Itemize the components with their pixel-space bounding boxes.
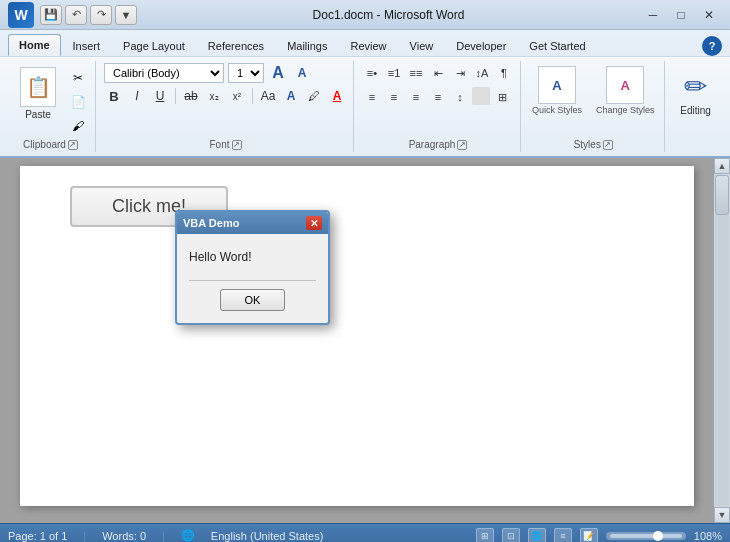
- sort-button[interactable]: ↕A: [472, 63, 492, 83]
- italic-button[interactable]: I: [127, 86, 147, 106]
- superscript-button[interactable]: x²: [227, 86, 247, 106]
- word-icon: W: [8, 2, 34, 28]
- text-effects-button[interactable]: A: [281, 86, 301, 106]
- show-formatting-button[interactable]: ¶: [494, 63, 514, 83]
- tab-references[interactable]: References: [197, 35, 275, 56]
- quick-styles-button[interactable]: A Quick Styles: [529, 63, 585, 118]
- font-color-button[interactable]: A: [327, 86, 347, 106]
- scroll-down-arrow[interactable]: ▼: [714, 507, 730, 523]
- styles-expand[interactable]: ↗: [603, 140, 613, 150]
- subscript-button[interactable]: x₂: [204, 86, 224, 106]
- status-sep1: |: [83, 530, 86, 542]
- editing-label: Editing: [680, 105, 711, 116]
- vertical-scrollbar[interactable]: ▲ ▼: [714, 158, 730, 523]
- font-size-select[interactable]: 11: [228, 63, 264, 83]
- styles-label: Styles ↗: [574, 139, 613, 150]
- separator1: [175, 88, 176, 104]
- tab-developer[interactable]: Developer: [445, 35, 517, 56]
- underline-button[interactable]: U: [150, 86, 170, 106]
- tab-insert[interactable]: Insert: [62, 35, 112, 56]
- change-styles-button[interactable]: A Change Styles: [593, 63, 658, 118]
- maximize-button[interactable]: □: [668, 6, 694, 24]
- borders-button[interactable]: ⊞: [492, 87, 512, 107]
- minimize-button[interactable]: ─: [640, 6, 666, 24]
- justify-button[interactable]: ≡: [428, 87, 448, 107]
- shading-button[interactable]: [472, 87, 490, 105]
- zoom-slider[interactable]: [606, 532, 686, 540]
- zoom-track[interactable]: [610, 534, 682, 538]
- vba-dialog[interactable]: VBA Demo ✕ Hello Word! OK: [175, 210, 330, 325]
- document-area: Click me! ▲ ▼: [0, 158, 730, 523]
- vba-dialog-titlebar: VBA Demo ✕: [177, 212, 328, 234]
- editing-icon-area: ✏ Editing: [673, 63, 719, 120]
- copy-button[interactable]: 📄: [67, 91, 89, 113]
- status-right: ⊞ ⊡ 🌐 ≡ 📝 108%: [476, 528, 722, 543]
- para-inner: ≡• ≡1 ≡≡ ⇤ ⇥ ↕A ¶ ≡ ≡ ≡ ≡: [362, 63, 514, 107]
- web-layout-view-button[interactable]: 🌐: [528, 528, 546, 543]
- clipboard-label: Clipboard ↗: [23, 139, 78, 150]
- strikethrough-button[interactable]: ab: [181, 86, 201, 106]
- decrease-indent-button[interactable]: ⇤: [428, 63, 448, 83]
- cut-button[interactable]: ✂: [67, 67, 89, 89]
- align-left-button[interactable]: ≡: [362, 87, 382, 107]
- change-styles-icon: A: [606, 66, 644, 104]
- font-label: Font ↗: [209, 139, 241, 150]
- vba-dialog-close-button[interactable]: ✕: [306, 216, 322, 230]
- status-bar: Page: 1 of 1 | Words: 0 | 🌐 English (Uni…: [0, 523, 730, 542]
- format-painter-button[interactable]: 🖌: [67, 115, 89, 137]
- tab-get-started[interactable]: Get Started: [518, 35, 596, 56]
- print-layout-view-button[interactable]: ⊞: [476, 528, 494, 543]
- status-sep2: |: [162, 530, 165, 542]
- font-row1: Calibri (Body) 11 A A: [104, 63, 347, 83]
- tab-review[interactable]: Review: [339, 35, 397, 56]
- tab-page-layout[interactable]: Page Layout: [112, 35, 196, 56]
- customize-qat-button[interactable]: ▼: [115, 5, 137, 25]
- multilevel-list-button[interactable]: ≡≡: [406, 63, 426, 83]
- zoom-percentage: 108%: [694, 530, 722, 542]
- tab-home[interactable]: Home: [8, 34, 61, 56]
- font-shrink-button[interactable]: A: [292, 63, 312, 83]
- text-highlight-button[interactable]: 🖊: [304, 86, 324, 106]
- bold-button[interactable]: B: [104, 86, 124, 106]
- increase-indent-button[interactable]: ⇥: [450, 63, 470, 83]
- paragraph-label: Paragraph ↗: [409, 139, 468, 150]
- paste-label: Paste: [25, 109, 51, 120]
- full-screen-view-button[interactable]: ⊡: [502, 528, 520, 543]
- vba-dialog-body: Hello Word! OK: [177, 234, 328, 323]
- scroll-track[interactable]: [715, 175, 729, 506]
- clipboard-expand[interactable]: ↗: [68, 140, 78, 150]
- paste-button[interactable]: 📋 Paste: [12, 63, 64, 137]
- styles-controls: A Quick Styles A Change Styles: [529, 63, 658, 137]
- line-spacing-button[interactable]: ↕: [450, 87, 470, 107]
- page-info: Page: 1 of 1: [8, 530, 67, 542]
- title-bar-left: W 💾 ↶ ↷ ▼: [8, 2, 137, 28]
- clipboard-main: 📋 Paste ✂ 📄 🖌: [12, 63, 89, 137]
- para-row1: ≡• ≡1 ≡≡ ⇤ ⇥ ↕A ¶: [362, 63, 514, 83]
- undo-button[interactable]: ↶: [65, 5, 87, 25]
- redo-button[interactable]: ↷: [90, 5, 112, 25]
- window-title: Doc1.docm - Microsoft Word: [137, 8, 640, 22]
- numbering-button[interactable]: ≡1: [384, 63, 404, 83]
- para-row2: ≡ ≡ ≡ ≡ ↕ ⊞: [362, 87, 514, 107]
- document-page[interactable]: Click me!: [0, 158, 714, 523]
- scroll-up-arrow[interactable]: ▲: [714, 158, 730, 174]
- font-row2: B I U ab x₂ x² Aa A 🖊 A: [104, 86, 347, 106]
- vba-ok-button[interactable]: OK: [220, 289, 286, 311]
- tab-view[interactable]: View: [399, 35, 445, 56]
- tab-mailings[interactable]: Mailings: [276, 35, 338, 56]
- change-case-button[interactable]: Aa: [258, 86, 278, 106]
- bullets-button[interactable]: ≡•: [362, 63, 382, 83]
- help-button[interactable]: ?: [702, 36, 722, 56]
- close-button[interactable]: ✕: [696, 6, 722, 24]
- font-family-select[interactable]: Calibri (Body): [104, 63, 224, 83]
- save-button[interactable]: 💾: [40, 5, 62, 25]
- scroll-thumb[interactable]: [715, 175, 729, 215]
- outline-view-button[interactable]: ≡: [554, 528, 572, 543]
- draft-view-button[interactable]: 📝: [580, 528, 598, 543]
- align-right-button[interactable]: ≡: [406, 87, 426, 107]
- paragraph-expand[interactable]: ↗: [457, 140, 467, 150]
- font-grow-button[interactable]: A: [268, 63, 288, 83]
- align-center-button[interactable]: ≡: [384, 87, 404, 107]
- font-expand[interactable]: ↗: [232, 140, 242, 150]
- zoom-thumb[interactable]: [653, 531, 663, 541]
